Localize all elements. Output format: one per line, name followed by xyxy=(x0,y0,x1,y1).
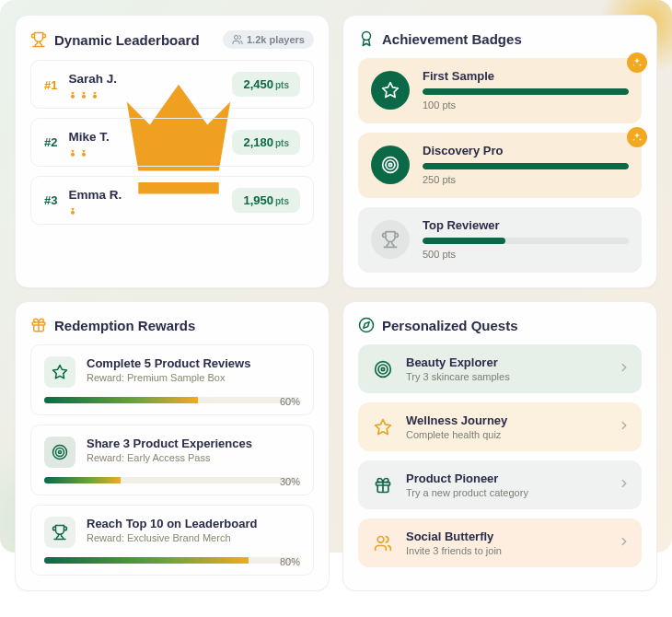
target-icon xyxy=(371,357,395,381)
medal-row xyxy=(68,204,122,213)
trophy-icon xyxy=(44,517,75,548)
reward-item[interactable]: Complete 5 Product Reviews Reward: Premi… xyxy=(30,344,314,415)
rank-label: #3 xyxy=(44,193,57,207)
gift-icon xyxy=(30,317,47,333)
reward-subtitle: Reward: Premium Sample Box xyxy=(87,372,250,383)
players-badge: 1.2k players xyxy=(223,30,314,49)
progress-bar xyxy=(44,397,300,403)
progress-percent: 30% xyxy=(280,476,300,487)
rewards-card: Redemption Rewards Complete 5 Product Re… xyxy=(15,301,330,591)
star-icon xyxy=(371,415,395,439)
achievements-title: Achievement Badges xyxy=(382,31,522,47)
progress-bar xyxy=(423,88,629,95)
achievement-title: Top Reviewer xyxy=(423,218,629,232)
users-icon xyxy=(371,531,395,555)
player-name: Emma R. xyxy=(68,188,122,202)
quest-title: Social Butterfly xyxy=(406,530,502,543)
chevron-right-icon xyxy=(618,535,631,552)
achievement-points: 250 pts xyxy=(423,174,629,185)
progress-percent: 80% xyxy=(280,556,300,567)
progress-bar xyxy=(423,238,629,244)
star-icon xyxy=(371,71,410,110)
reward-title: Reach Top 10 on Leaderboard xyxy=(87,517,257,530)
quest-subtitle: Complete health quiz xyxy=(406,429,507,440)
rank-label: #1 xyxy=(44,78,57,92)
points-badge: 2,180pts xyxy=(232,130,300,155)
quests-title: Personalized Quests xyxy=(382,318,518,333)
leaderboard-title: Dynamic Leaderboard xyxy=(54,32,200,48)
rank-label: #2 xyxy=(44,135,57,149)
points-badge: 1,950pts xyxy=(232,188,300,213)
progress-bar xyxy=(423,163,629,169)
achievement-points: 500 pts xyxy=(423,249,629,260)
quest-title: Beauty Explorer xyxy=(406,355,510,369)
player-name: Mike T. xyxy=(68,130,109,144)
chevron-right-icon xyxy=(618,419,631,436)
sparkle-icon xyxy=(627,127,647,147)
achievement-item[interactable]: First Sample 100 pts xyxy=(358,58,642,123)
quest-subtitle: Try a new product category xyxy=(406,487,528,498)
leaderboard-row[interactable]: #1 Sarah J. 2,450pts xyxy=(30,60,314,109)
sparkle-icon xyxy=(627,52,647,73)
reward-item[interactable]: Reach Top 10 on Leaderboard Reward: Excl… xyxy=(30,505,314,576)
leaderboard-row[interactable]: #2 Mike T. 2,180pts xyxy=(30,118,314,167)
rewards-title: Redemption Rewards xyxy=(54,318,195,333)
progress-bar xyxy=(44,477,300,483)
reward-title: Complete 5 Product Reviews xyxy=(87,356,250,370)
chevron-right-icon xyxy=(618,361,631,378)
quest-item[interactable]: Wellness Journey Complete health quiz xyxy=(358,402,642,451)
medal-row xyxy=(68,146,109,155)
trophy-icon xyxy=(371,220,410,259)
reward-subtitle: Reward: Exclusive Brand Merch xyxy=(87,532,257,543)
progress-percent: 60% xyxy=(280,396,300,407)
leaderboard-row[interactable]: #3 Emma R. 1,950pts xyxy=(30,176,314,225)
achievement-title: First Sample xyxy=(423,69,629,83)
achievements-card: Achievement Badges First Sample 100 pts … xyxy=(342,15,657,288)
achievement-item[interactable]: Top Reviewer 500 pts xyxy=(358,207,642,273)
quest-item[interactable]: Product Pioneer Try a new product catego… xyxy=(358,460,642,509)
achievement-points: 100 pts xyxy=(423,99,629,111)
quest-subtitle: Invite 3 friends to join xyxy=(406,545,502,556)
quests-card: Personalized Quests Beauty Explorer Try … xyxy=(342,301,657,591)
quest-item[interactable]: Beauty Explorer Try 3 skincare samples xyxy=(358,344,642,393)
award-icon xyxy=(358,30,375,47)
achievement-item[interactable]: Discovery Pro 250 pts xyxy=(358,133,642,198)
trophy-icon xyxy=(30,31,47,48)
reward-subtitle: Reward: Early Access Pass xyxy=(87,452,252,463)
quest-title: Product Pioneer xyxy=(406,471,528,485)
reward-title: Share 3 Product Experiences xyxy=(87,437,252,450)
star-icon xyxy=(44,356,75,388)
chevron-right-icon xyxy=(618,477,631,494)
reward-item[interactable]: Share 3 Product Experiences Reward: Earl… xyxy=(30,425,314,495)
compass-icon xyxy=(358,317,375,333)
quest-title: Wellness Journey xyxy=(406,413,507,427)
quest-subtitle: Try 3 skincare samples xyxy=(406,371,510,382)
quest-item[interactable]: Social Butterfly Invite 3 friends to joi… xyxy=(358,518,642,567)
target-icon xyxy=(44,437,75,468)
achievement-title: Discovery Pro xyxy=(423,144,629,157)
gift-icon xyxy=(371,473,395,497)
leaderboard-card: Dynamic Leaderboard 1.2k players #1 Sara… xyxy=(15,15,330,288)
target-icon xyxy=(371,146,410,184)
progress-bar xyxy=(44,557,300,564)
